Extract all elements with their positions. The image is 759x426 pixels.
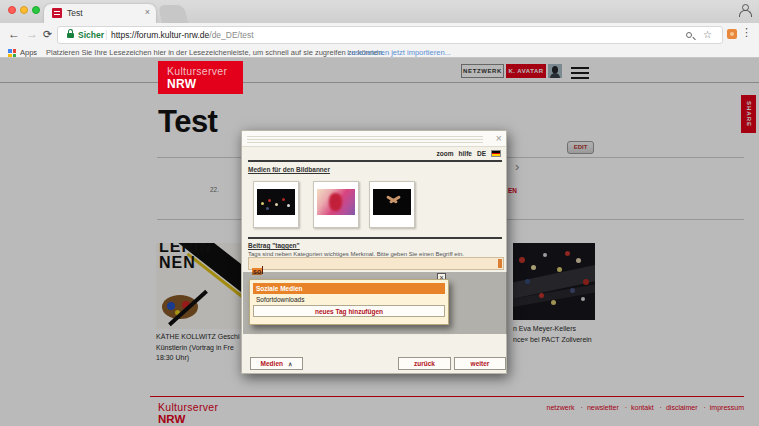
new-tab-button[interactable] [158,5,188,23]
suggestion-item-selected[interactable]: Soziale Medien [253,283,445,294]
tag-suggestion-dropdown: Soziale Medien Sofortdownloads neues Tag… [249,279,449,325]
modal-toolbar: zoom hilfe DE [437,150,501,157]
url-host: https://forum.kultur-nrw.de [111,30,209,40]
editor-modal: × zoom hilfe DE Medien für den Bildbanne… [241,130,507,374]
site-logo[interactable]: Kulturserver NRW [158,61,243,94]
apps-label[interactable]: Apps [20,48,37,57]
tag-input[interactable]: so [248,257,504,270]
profile-icon[interactable] [738,4,751,17]
minimize-window-button[interactable] [20,6,28,14]
modal-close-icon[interactable]: × [496,132,502,145]
help-link[interactable]: hilfe [459,150,472,157]
apps-grid-icon[interactable] [8,49,16,57]
tab-favicon-icon [52,8,62,18]
thumbnail-image [257,189,295,215]
secure-label: Sicher [78,30,104,40]
zoom-link[interactable]: zoom [437,150,454,157]
url-path: /de_DE/test [209,30,253,40]
tab-strip: Test × [0,0,759,23]
media-thumbnail-3[interactable] [369,181,415,228]
input-scroll-handle [498,259,502,268]
modal-titlebar[interactable]: × [242,131,506,147]
tab-close-icon[interactable]: × [145,7,150,17]
close-window-button[interactable] [8,6,16,14]
reload-icon[interactable]: ⟳ [43,26,52,42]
bookmarks-hint: Platzieren Sie Ihre Lesezeichen hier in … [46,48,385,57]
suggestion-item[interactable]: Sofortdownloads [253,294,445,304]
german-flag-icon[interactable] [491,150,501,157]
back-icon[interactable]: ← [8,26,20,42]
url-divider: | [105,29,108,40]
thumb-dot [287,204,290,207]
tag-section-link[interactable]: Beitrag "taggen" [248,242,300,249]
media-thumbnail-2[interactable] [313,181,359,228]
url-text: https://forum.kultur-nrw.de/de_DE/test [111,30,254,40]
site-logo-bottom: NRW [167,77,243,91]
browser-menu-icon[interactable]: ⋮ [741,26,752,39]
address-bar[interactable]: Sicher | https://forum.kultur-nrw.de/de_… [57,26,723,44]
media-thumbnail-1[interactable] [253,181,299,228]
next-button[interactable]: weiter [454,357,506,370]
thumbnail-image [317,189,355,215]
browser-tab[interactable]: Test × [44,4,156,23]
thumb-dot [282,198,285,201]
bookmarks-bar: Apps Platzieren Sie Ihre Lesezeichen hie… [0,47,759,58]
thumb-dot [266,207,269,210]
browser-toolbar: ← → ⟳ Sicher | https://forum.kultur-nrw.… [0,23,759,47]
section-divider [248,160,502,162]
banner-media-link[interactable]: Medien für den Bildbanner [248,166,330,173]
language-label[interactable]: DE [477,150,486,157]
thumb-dot [268,199,271,202]
search-icon[interactable] [686,32,692,38]
medien-dropdown-button[interactable]: Medien∧ [250,357,303,370]
back-button[interactable]: zurück [398,357,451,370]
thumb-dot [261,202,264,205]
thumbnail-image [373,189,411,215]
chevron-up-icon: ∧ [288,361,292,367]
add-tag-button[interactable]: neues Tag hinzufügen [253,305,445,317]
zoom-window-button[interactable] [32,6,40,14]
lock-icon [67,33,74,38]
bookmark-star-icon[interactable]: ☆ [703,29,712,40]
thumb-dot [275,203,278,206]
browser-window: Test × ← → ⟳ Sicher | https://forum.kult… [0,0,759,426]
bookmarks-import-link[interactable]: Lesezeichen jetzt importieren... [347,48,451,57]
section-divider [248,237,502,239]
site-logo-top: Kulturserver [167,65,243,77]
extension-icon[interactable] [727,29,737,39]
drag-handle-icon[interactable] [247,134,483,144]
forward-icon[interactable]: → [26,26,38,42]
tab-title: Test [67,8,83,18]
medien-button-label: Medien [261,360,283,367]
